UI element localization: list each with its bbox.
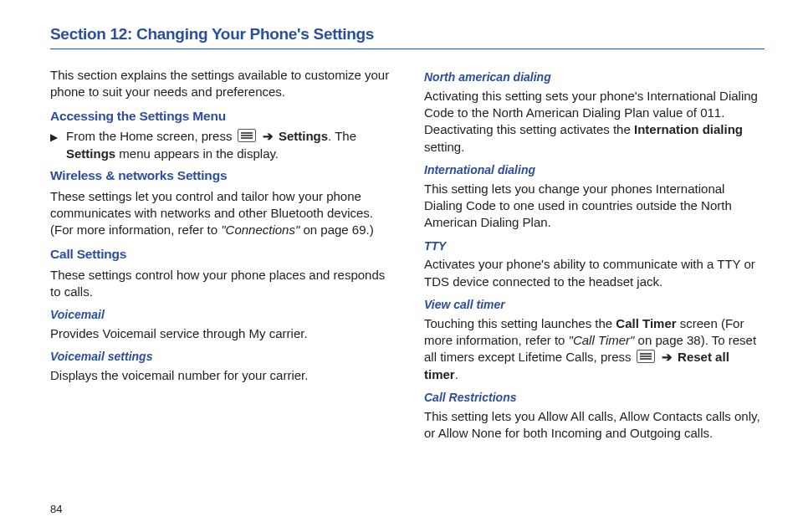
text: . The (328, 129, 356, 143)
intro-text: This section explains the settings avail… (50, 67, 391, 101)
heading-wireless: Wireless & networks Settings (50, 167, 391, 185)
body-voicemail: Provides Voicemail service through My ca… (50, 325, 391, 342)
heading-tty: TTY (424, 238, 765, 254)
body-wireless: These settings let you control and tailo… (50, 188, 391, 239)
title-rule (50, 49, 765, 49)
heading-na-dialing: North american dialing (424, 69, 765, 85)
bullet-item: ▶ From the Home screen, press ➔ Settings… (50, 128, 391, 162)
heading-view-call-timer: View call timer (424, 297, 765, 313)
bold-text: Internation dialing (634, 122, 743, 136)
body-voicemail-settings: Displays the voicemail number for your c… (50, 367, 391, 384)
reference: "Connections" (221, 223, 299, 237)
section-title: Section 12: Changing Your Phone's Settin… (50, 25, 765, 43)
heading-call-settings: Call Settings (50, 246, 391, 263)
heading-voicemail: Voicemail (50, 307, 391, 323)
text: . (455, 367, 458, 381)
page-number: 84 (50, 503, 62, 515)
text: menu appears in the display. (115, 146, 279, 161)
reference: "Call Timer" (569, 333, 635, 347)
settings-label: Settings (279, 129, 328, 143)
bullet-text: From the Home screen, press ➔ Settings. … (66, 128, 391, 162)
text: Touching this setting launches the (424, 316, 616, 330)
menu-icon (238, 129, 256, 142)
heading-intl-dialing: International dialing (424, 162, 765, 178)
body-na-dialing: Activating this setting sets your phone'… (424, 88, 765, 156)
body-tty: Activates your phone's ability to commun… (424, 256, 765, 290)
body-call-restrictions: This setting lets you Allow All calls, A… (424, 408, 765, 442)
arrow-icon: ➔ (662, 350, 673, 364)
bullet-marker-icon: ▶ (50, 128, 58, 162)
text: From the Home screen, press (66, 129, 236, 143)
body-view-call-timer: Touching this setting launches the Call … (424, 315, 765, 383)
settings-label: Settings (66, 146, 115, 161)
text: on page 69.) (299, 223, 373, 237)
heading-call-restrictions: Call Restrictions (424, 390, 765, 406)
content-columns: This section explains the settings avail… (50, 64, 765, 448)
text: setting. (424, 140, 464, 154)
menu-icon (637, 350, 655, 363)
column-right: North american dialing Activating this s… (424, 64, 765, 448)
heading-accessing: Accessing the Settings Menu (50, 108, 391, 125)
bold-text: Call Timer (616, 316, 676, 330)
column-left: This section explains the settings avail… (50, 64, 391, 448)
body-call-settings: These settings control how your phone pl… (50, 267, 391, 301)
heading-voicemail-settings: Voicemail settings (50, 349, 391, 365)
body-intl-dialing: This setting lets you change your phones… (424, 181, 765, 232)
document-page: Section 12: Changing Your Phone's Settin… (0, 0, 798, 532)
arrow-icon: ➔ (263, 129, 274, 143)
